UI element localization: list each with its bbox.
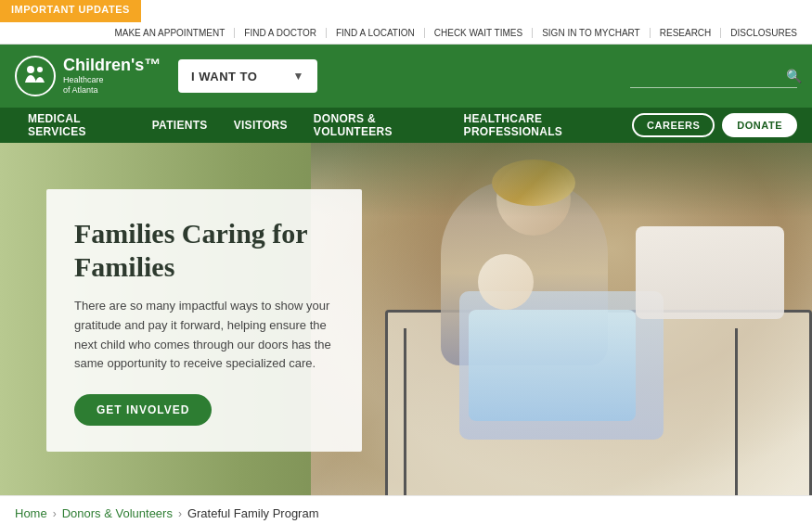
nav-disclosures[interactable]: DISCLOSURES (720, 28, 797, 38)
hero-section: Families Caring for Families There are s… (0, 143, 812, 495)
get-involved-button[interactable]: GET INVOLVED (74, 394, 212, 426)
logo-sub: Healthcare of Atlanta (63, 75, 161, 96)
nav-buttons: CAREERS DONATE (632, 113, 797, 137)
nav-check-wait-times[interactable]: CHECK WAIT TIMES (424, 28, 522, 38)
nav-sign-in-mychart[interactable]: SIGN IN TO MYCHART (532, 28, 640, 38)
nav-medical-services[interactable]: MEDICAL SERVICES (15, 108, 139, 143)
careers-button[interactable]: CAREERS (632, 113, 715, 137)
breadcrumb: Home › Donors & Volunteers › Grateful Fa… (0, 495, 812, 524)
hero-photo (311, 143, 812, 495)
primary-nav: MEDICAL SERVICES PATIENTS VISITORS DONOR… (0, 108, 812, 143)
chevron-down-icon: ▼ (293, 70, 304, 83)
main-header: Children's™ Healthcare of Atlanta I WANT… (0, 45, 812, 108)
nav-make-appointment[interactable]: MAKE AN APPOINTMENT (105, 28, 225, 38)
bed-rail-right (735, 328, 738, 495)
nav-find-location[interactable]: FIND A LOCATION (326, 28, 415, 38)
search-wrapper: 🔍 (630, 65, 797, 88)
svg-point-1 (37, 67, 43, 72)
donate-button[interactable]: DONATE (722, 113, 797, 137)
logo-text: Children's™ Healthcare of Atlanta (63, 57, 161, 95)
breadcrumb-section[interactable]: Donors & Volunteers (62, 506, 173, 520)
breadcrumb-separator-2: › (178, 507, 182, 520)
hero-card: Families Caring for Families There are s… (46, 189, 362, 452)
breadcrumb-separator-1: › (53, 507, 57, 520)
svg-point-0 (27, 66, 34, 73)
alert-bar[interactable]: IMPORTANT UPDATES (0, 0, 141, 22)
nav-healthcare-professionals[interactable]: HEALTHCARE PROFESSIONALS (451, 108, 632, 143)
search-icon[interactable]: 🔍 (786, 69, 802, 83)
breadcrumb-home[interactable]: Home (15, 506, 47, 520)
alert-row: IMPORTANT UPDATES (0, 0, 812, 22)
nav-patients[interactable]: PATIENTS (139, 108, 221, 143)
bed-rail-left (404, 328, 406, 495)
nav-research[interactable]: RESEARCH (650, 28, 712, 38)
search-area: 🔍 (332, 65, 797, 88)
breadcrumb-current: Grateful Family Program (187, 506, 319, 520)
logo[interactable]: Children's™ Healthcare of Atlanta (15, 56, 163, 96)
logo-icon (15, 56, 56, 96)
iwant-dropdown[interactable]: I WANT TO ▼ (178, 59, 317, 93)
logo-brand: Children's™ (63, 57, 161, 75)
hero-body: There are so many impactful ways to show… (74, 297, 334, 374)
nav-find-doctor[interactable]: FIND A DOCTOR (234, 28, 316, 38)
search-input[interactable] (630, 69, 786, 83)
iwant-label: I WANT TO (191, 70, 257, 83)
nav-donors-volunteers[interactable]: DONORS & VOLUNTEERS (301, 108, 451, 143)
nav-visitors[interactable]: VISITORS (221, 108, 301, 143)
nav-items: MEDICAL SERVICES PATIENTS VISITORS DONOR… (15, 108, 632, 143)
utility-nav: MAKE AN APPOINTMENT FIND A DOCTOR FIND A… (0, 22, 812, 45)
hero-heading: Families Caring for Families (74, 217, 334, 284)
